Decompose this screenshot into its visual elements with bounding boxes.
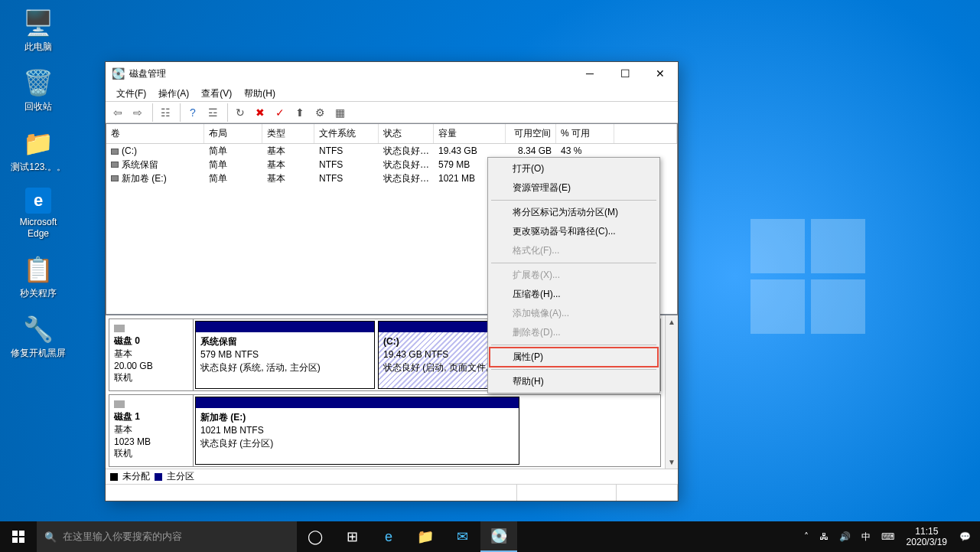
scroll-down-arrow[interactable]: ▼ [666, 456, 678, 469]
properties-button[interactable]: ⚙ [311, 103, 329, 122]
col-spacer [614, 124, 677, 143]
menu-help[interactable]: 帮助(H) [238, 85, 282, 101]
app-icon: 🔧 [23, 314, 54, 345]
desktop-icon-app2[interactable]: 🔧 修复开机黑屏 [8, 314, 69, 358]
titlebar[interactable]: 💽 磁盘管理 ─ ☐ ✕ [106, 62, 678, 85]
menu-view[interactable]: 查看(V) [195, 85, 238, 101]
separator [491, 200, 656, 201]
taskbar: 🔍 在这里输入你要搜索的内容 ◯ ⊞ e 📁 ✉ 💽 ˄ 🖧 🔊 中 ⌨ 11:… [0, 521, 980, 552]
separator [225, 103, 228, 122]
list-view-button[interactable]: ☲ [203, 103, 222, 122]
forward-button[interactable]: ⇨ [129, 103, 147, 122]
statusbar [106, 484, 678, 501]
disk-label[interactable]: 磁盘 1基本1023 MB联机 [109, 395, 194, 466]
volume-row[interactable]: (C:)简单基本NTFS状态良好 (...19.43 GB8.34 GB43 % [106, 144, 677, 158]
col-status[interactable]: 状态 [379, 124, 434, 143]
scroll-up-arrow[interactable]: ▲ [666, 315, 678, 328]
folder-icon: 📁 [23, 128, 54, 158]
taskbar-edge[interactable]: e [370, 521, 407, 552]
col-free[interactable]: 可用空间 [506, 124, 556, 143]
statusbar-panel [517, 485, 617, 501]
system-tray: ˄ 🖧 🔊 中 ⌨ 11:15 2020/3/19 💬 [795, 526, 980, 548]
app-icon: 💽 [112, 67, 125, 80]
icon-label: Microsoft Edge [8, 217, 69, 239]
tray-chevron-icon[interactable]: ˄ [801, 531, 812, 542]
taskbar-mail[interactable]: ✉ [444, 521, 480, 552]
tray-ime[interactable]: 中 [858, 531, 874, 544]
col-capacity[interactable]: 容量 [434, 124, 506, 143]
ctx-shrink[interactable]: 压缩卷(H)... [490, 285, 658, 304]
disk-label[interactable]: 磁盘 0基本20.00 GB联机 [109, 319, 194, 390]
menu-file[interactable]: 文件(F) [110, 85, 152, 101]
ctx-change-letter[interactable]: 更改驱动器号和路径(C)... [490, 222, 658, 241]
icon-label: 此电脑 [24, 41, 52, 52]
col-type[interactable]: 类型 [262, 124, 314, 143]
vertical-scrollbar[interactable]: ▲ ▼ [665, 315, 678, 469]
search-placeholder: 在这里输入你要搜索的内容 [63, 530, 182, 544]
taskbar-search[interactable]: 🔍 在这里输入你要搜索的内容 [37, 521, 297, 552]
ctx-properties[interactable]: 属性(P) [490, 348, 658, 367]
ctx-mark-active[interactable]: 将分区标记为活动分区(M) [490, 203, 658, 222]
volume-list-header: 卷 布局 类型 文件系统 状态 容量 可用空间 % 可用 [106, 124, 677, 144]
menubar: 文件(F) 操作(A) 查看(V) 帮助(H) [106, 85, 678, 102]
back-button[interactable]: ⇦ [109, 103, 127, 122]
cortana-button[interactable]: ◯ [297, 521, 334, 552]
attach-vhd-button[interactable]: ⬆ [291, 103, 309, 122]
desktop-icon-this-pc[interactable]: 🖥️ 此电脑 [8, 8, 69, 52]
search-icon: 🔍 [44, 531, 57, 543]
col-volume[interactable]: 卷 [106, 124, 204, 143]
clock-date: 2020/3/19 [907, 537, 947, 547]
windows-logo [750, 219, 865, 334]
minimize-button[interactable]: ─ [572, 62, 607, 85]
window-title: 磁盘管理 [129, 67, 166, 80]
desktop-icons: 🖥️ 此电脑 🗑️ 回收站 📁 测试123.。。 e Microsoft Edg… [8, 8, 69, 374]
app-icon: 📋 [23, 254, 54, 285]
ctx-help[interactable]: 帮助(H) [490, 372, 658, 391]
svg-rect-3 [19, 537, 24, 543]
delete-button[interactable]: ✖ [251, 103, 269, 122]
taskbar-explorer[interactable]: 📁 [407, 521, 444, 552]
ctx-open[interactable]: 打开(O) [490, 159, 658, 178]
col-layout[interactable]: 布局 [204, 124, 262, 143]
start-button[interactable] [0, 521, 37, 552]
menu-action[interactable]: 操作(A) [152, 85, 195, 101]
col-filesystem[interactable]: 文件系统 [314, 124, 379, 143]
taskbar-disk-mgmt[interactable]: 💽 [480, 521, 517, 552]
context-menu: 打开(O) 资源管理器(E) 将分区标记为活动分区(M) 更改驱动器号和路径(C… [487, 157, 660, 394]
task-view-button[interactable]: ⊞ [334, 521, 370, 552]
svg-rect-1 [19, 531, 24, 536]
more-button[interactable]: ▦ [330, 103, 349, 122]
disk-row: 磁盘 1基本1023 MB联机新加卷 (E:)1021 MB NTFS状态良好 … [109, 394, 661, 467]
recycle-bin-icon: 🗑️ [23, 67, 54, 98]
separator [491, 345, 656, 345]
desktop-icon-recycle-bin[interactable]: 🗑️ 回收站 [8, 67, 69, 112]
desktop-icon-folder-test[interactable]: 📁 测试123.。。 [8, 128, 69, 172]
show-hide-tree-button[interactable]: ☷ [156, 103, 174, 122]
ctx-explorer[interactable]: 资源管理器(E) [490, 178, 658, 198]
col-percent[interactable]: % 可用 [556, 124, 614, 143]
legend-label-unallocated: 未分配 [122, 470, 150, 483]
svg-rect-2 [12, 537, 18, 543]
check-button[interactable]: ✓ [271, 103, 289, 122]
partition[interactable]: 系统保留579 MB NTFS状态良好 (系统, 活动, 主分区) [195, 321, 375, 389]
legend-label-primary: 主分区 [167, 470, 194, 483]
taskbar-clock[interactable]: 11:15 2020/3/19 [907, 526, 947, 548]
ctx-mirror: 添加镜像(A)... [490, 304, 658, 323]
tray-keyboard-icon[interactable]: ⌨ [878, 531, 897, 542]
help-button[interactable]: ? [184, 103, 202, 122]
svg-rect-0 [12, 531, 18, 536]
desktop-icon-edge[interactable]: e Microsoft Edge [8, 188, 69, 239]
separator [491, 263, 656, 263]
tray-network-icon[interactable]: 🖧 [816, 531, 832, 542]
tray-volume-icon[interactable]: 🔊 [836, 531, 854, 542]
refresh-button[interactable]: ↻ [231, 103, 249, 122]
close-button[interactable]: ✕ [643, 62, 678, 85]
desktop-icon-app1[interactable]: 📋 秒关程序 [8, 254, 69, 299]
partition[interactable]: 新加卷 (E:)1021 MB NTFS状态良好 (主分区) [195, 397, 519, 465]
computer-icon: 🖥️ [23, 8, 54, 38]
action-center-icon[interactable]: 💬 [956, 531, 974, 542]
separator [150, 103, 153, 122]
separator [177, 103, 181, 122]
separator [491, 369, 656, 370]
maximize-button[interactable]: ☐ [607, 62, 643, 85]
